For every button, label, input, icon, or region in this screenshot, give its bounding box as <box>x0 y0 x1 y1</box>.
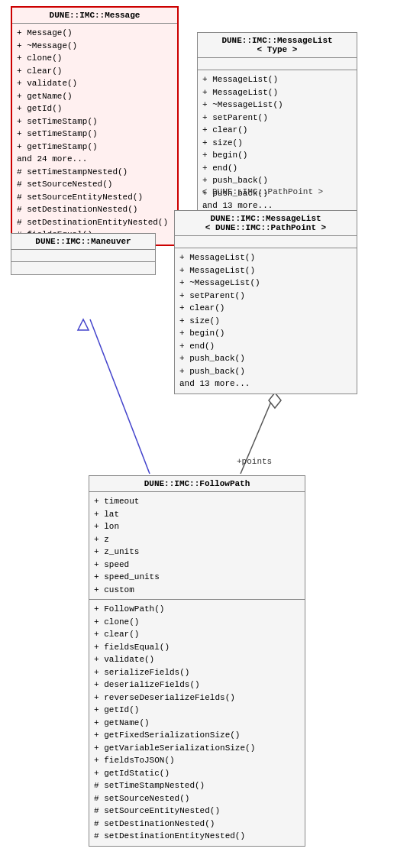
method-line: + getId() <box>17 102 173 115</box>
maneuver-title: DUNE::IMC::Maneuver <box>11 234 155 250</box>
method-line: + clear() <box>179 302 352 315</box>
method-line: + begin() <box>202 149 352 162</box>
messagelist-pathpoint-box: DUNE::IMC::MessageList< DUNE::IMC::PathP… <box>174 210 357 394</box>
method-line: + getId() <box>94 704 300 717</box>
method-line: + MessageList() <box>202 73 352 86</box>
method-line: # setDestinationNested() <box>94 818 300 831</box>
method-line: # setSourceNested() <box>94 792 300 805</box>
message-box-title: DUNE::IMC::Message <box>12 8 177 24</box>
method-line: + ~MessageList() <box>179 277 352 290</box>
method-line: # setTimeStampNested() <box>17 166 173 179</box>
method-line: + validate() <box>17 77 173 90</box>
method-line: + clear() <box>202 124 352 137</box>
method-line: + MessageList() <box>179 264 352 277</box>
points-label: +points <box>237 457 272 466</box>
message-box-methods: + Message() + ~Message() + clone() + cle… <box>12 24 177 245</box>
method-line: + validate() <box>94 653 300 666</box>
maneuver-box: DUNE::IMC::Maneuver <box>11 233 156 275</box>
method-line: + reverseDeserializeFields() <box>94 691 300 704</box>
followpath-methods: + FollowPath() + clone() + clear() + fie… <box>89 600 305 846</box>
method-line: and 24 more... <box>17 153 173 166</box>
method-line: + setParent() <box>179 290 352 303</box>
field-line: + z <box>94 533 300 546</box>
method-line: + MessageList() <box>202 86 352 99</box>
method-line: # setDestinationNested() <box>17 203 173 216</box>
method-line: + ~MessageList() <box>202 99 352 112</box>
method-line: + clear() <box>94 628 300 641</box>
svg-marker-3 <box>78 319 89 330</box>
method-line: + setParent() <box>202 112 352 125</box>
method-line: and 13 more... <box>179 377 352 390</box>
method-line: + fieldsEqual() <box>94 641 300 654</box>
field-line: + custom <box>94 584 300 597</box>
diagram-container: DUNE::IMC::Message + Message() + ~Messag… <box>0 0 394 868</box>
method-line: + push_back() <box>179 352 352 365</box>
method-line: + getTimeStamp() <box>17 141 173 154</box>
messagelist-type-title: DUNE::IMC::MessageList< Type > <box>198 33 357 58</box>
method-line: # setSourceNested() <box>17 178 173 191</box>
method-line: # setDestinationEntityNested() <box>94 830 300 843</box>
method-line: + clone() <box>94 616 300 629</box>
method-line: + deserializeFields() <box>94 679 300 691</box>
field-line: + lon <box>94 520 300 533</box>
method-line: + getFixedSerializationSize() <box>94 729 300 742</box>
method-line: + ~Message() <box>17 40 173 53</box>
method-line: + setTimeStamp() <box>17 128 173 141</box>
message-box: DUNE::IMC::Message + Message() + ~Messag… <box>11 6 179 246</box>
method-line: + MessageList() <box>179 251 352 264</box>
method-line: + getVariableSerializationSize() <box>94 742 300 755</box>
method-line: + push_back() <box>179 365 352 378</box>
method-line: + size() <box>202 137 352 150</box>
method-line: # setSourceEntityNested() <box>17 191 173 204</box>
method-line: + getIdStatic() <box>94 767 300 780</box>
method-line: + clear() <box>17 65 173 78</box>
followpath-fields: + timeout + lat + lon + z + z_units + sp… <box>89 492 305 600</box>
method-line: # setSourceEntityNested() <box>94 805 300 818</box>
method-line: + getName() <box>17 90 173 103</box>
messagelist-type-empty <box>198 58 357 70</box>
field-line: + speed <box>94 559 300 572</box>
svg-marker-7 <box>269 393 281 408</box>
maneuver-empty2 <box>11 262 155 274</box>
method-line: + fieldsToJSON() <box>94 754 300 767</box>
followpath-title: DUNE::IMC::FollowPath <box>89 476 305 492</box>
svg-line-2 <box>90 319 150 474</box>
method-line: + size() <box>179 315 352 328</box>
field-line: + lat <box>94 508 300 521</box>
pathpoint-label: < DUNE::IMC::PathPoint > <box>202 187 323 196</box>
messagelist-pp-empty <box>175 236 357 248</box>
field-line: + timeout <box>94 495 300 508</box>
method-line: + Message() <box>17 27 173 40</box>
field-line: + z_units <box>94 546 300 559</box>
method-line: + setTimeStamp() <box>17 115 173 128</box>
method-line: # setTimeStampNested() <box>94 779 300 792</box>
maneuver-empty1 <box>11 250 155 262</box>
method-line: + clone() <box>17 52 173 65</box>
method-line: + push_back() <box>202 174 352 187</box>
method-line: + end() <box>179 340 352 353</box>
method-line: + serializeFields() <box>94 666 300 679</box>
method-line: + FollowPath() <box>94 603 300 616</box>
method-line: + getName() <box>94 717 300 730</box>
field-line: + speed_units <box>94 571 300 584</box>
method-line: # setDestinationEntityNested() <box>17 216 173 229</box>
method-line: + begin() <box>179 327 352 340</box>
messagelist-pp-methods: + MessageList() + MessageList() + ~Messa… <box>175 248 357 394</box>
method-line: + end() <box>202 162 352 175</box>
followpath-box: DUNE::IMC::FollowPath + timeout + lat + … <box>89 475 305 847</box>
messagelist-pathpoint-title: DUNE::IMC::MessageList< DUNE::IMC::PathP… <box>175 211 357 236</box>
